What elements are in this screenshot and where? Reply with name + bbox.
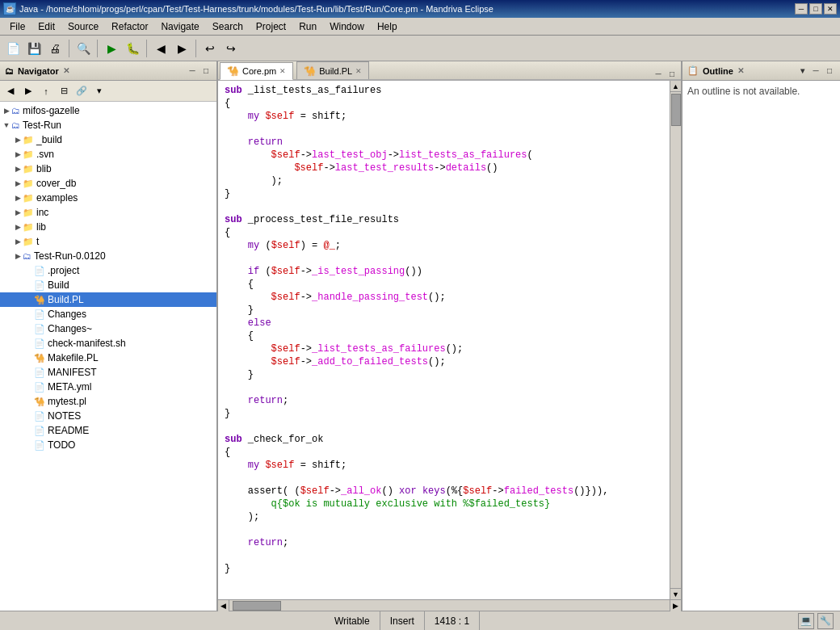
tree-item-notes[interactable]: 📄NOTES [0,409,216,423]
tab-close-button[interactable]: ✕ [355,67,362,75]
scrollbar-track[interactable] [670,92,681,588]
outline-close-icon[interactable]: ✕ [737,66,744,75]
tree-item-test-run[interactable]: ▼🗂Test-Run [0,118,216,132]
navigator-close-icon[interactable]: ✕ [63,66,69,75]
nav-collapse-button[interactable]: ⊟ [56,83,72,99]
menubar: FileEditSourceRefactorNavigateSearchProj… [0,18,840,36]
code-content[interactable]: sub _list_tests_as_failures { my $self =… [218,81,670,599]
run-button[interactable]: ▶ [102,39,121,58]
editor-tab-BuildPL[interactable]: 🐪Build.PL✕ [296,61,369,79]
menu-item-project[interactable]: Project [250,19,292,34]
nav-up-button[interactable]: ↑ [38,83,54,99]
titlebar-controls: ─ □ ✕ [795,3,837,15]
tree-item-examples[interactable]: ▶📁examples [0,191,216,205]
tree-item-makefile-pl[interactable]: 🐪Makefile.PL [0,351,216,365]
debug-button[interactable]: 🐛 [123,39,142,58]
tree-label: NOTES [48,410,81,422]
tree-item-test-run-0120[interactable]: ▶🗂Test-Run-0.0120 [0,249,216,263]
tree-label: .svn [36,149,54,160]
tree-item-lib[interactable]: ▶📁lib [0,220,216,234]
editor-maximize-button[interactable]: □ [666,68,678,79]
undo-button[interactable]: ↩ [200,39,220,58]
tree-item-meta-yml[interactable]: 📄META.yml [0,380,216,394]
navigator-title: Navigator [18,66,59,76]
menu-item-navigate[interactable]: Navigate [154,19,205,34]
menu-item-run[interactable]: Run [292,19,323,34]
search-button[interactable]: 🔍 [74,39,93,58]
status-icon-2[interactable]: 🔧 [817,613,834,629]
maximize-button[interactable]: □ [809,3,822,15]
outline-maximize-button[interactable]: □ [824,65,835,77]
print-button[interactable]: 🖨 [45,39,65,58]
toolbar-separator-1 [69,40,69,57]
scrollbar-up-button[interactable]: ▲ [670,81,681,92]
editor-minimize-button[interactable]: ─ [653,68,664,79]
tree-label: blib [36,163,52,174]
outline-content: An outline is not available. [682,81,840,611]
tree-item-build-file[interactable]: 📄Build [0,278,216,292]
tree-label: t [36,236,39,247]
tree-item-todo[interactable]: 📄TODO [0,438,216,452]
tree-item-mifos-gazelle[interactable]: ▶🗂mifos-gazelle [0,103,216,118]
nav-forward-button[interactable]: ▶ [20,83,36,99]
navigator-controls: ─ □ [187,65,212,77]
tree-label: mifos-gazelle [23,105,80,116]
status-icon-1[interactable]: 💻 [798,613,814,629]
tree-item-manifest[interactable]: 📄MANIFEST [0,365,216,380]
perl-file-icon: 🐪 [34,397,45,407]
editor-scrollbar[interactable]: ▲ ▼ [670,81,681,599]
tree-item-mytest-pl[interactable]: 🐪mytest.pl [0,394,216,409]
back-button[interactable]: ◀ [151,39,170,58]
menu-item-edit[interactable]: Edit [32,19,61,34]
minimize-button[interactable]: ─ [795,3,808,15]
tree-item-t[interactable]: ▶📁t [0,234,216,249]
tree-item-cover_db[interactable]: ▶📁cover_db [0,176,216,191]
save-button[interactable]: 💾 [24,39,44,58]
perl-file-icon: 🐪 [34,353,45,363]
menu-item-refactor[interactable]: Refactor [105,19,154,34]
scrollbar-thumb[interactable] [671,94,681,126]
outline-header: 📋 Outline ✕ ▾ ─ □ [682,61,840,81]
forward-button[interactable]: ▶ [172,39,191,58]
menu-item-help[interactable]: Help [371,19,404,34]
status-position: 1418 : 1 [425,611,480,630]
navigator-maximize-button[interactable]: □ [200,65,212,77]
menu-item-search[interactable]: Search [206,19,250,34]
menu-item-source[interactable]: Source [61,19,105,34]
horizontal-scrollbar-track[interactable] [229,600,670,611]
nav-back-button[interactable]: ◀ [2,83,19,99]
tree-item-project[interactable]: 📄.project [0,263,216,278]
tree-item-blib[interactable]: ▶📁blib [0,162,216,176]
tab-close-button[interactable]: ✕ [279,67,286,75]
folder-icon: 📁 [23,164,34,174]
tree-item-changes-tilde[interactable]: 📄Changes~ [0,321,216,336]
scrollbar-down-button[interactable]: ▼ [670,588,681,599]
redo-button[interactable]: ↪ [221,39,241,58]
new-button[interactable]: 📄 [3,39,23,58]
horizontal-scrollbar[interactable]: ◀ ▶ [218,599,681,611]
tree-item-readme[interactable]: 📄README [0,423,216,438]
tree-item-inc[interactable]: ▶📁inc [0,205,216,220]
tree-item-svn[interactable]: ▶📁.svn [0,147,216,162]
outline-panel: 📋 Outline ✕ ▾ ─ □ An outline is not avai… [682,61,840,611]
nav-link-button[interactable]: 🔗 [74,83,90,99]
tree-item-build-pl[interactable]: 🐪Build.PL [0,292,216,307]
outline-menu-button[interactable]: ▾ [796,65,808,77]
tree-item-changes[interactable]: 📄Changes [0,307,216,321]
outline-minimize-button[interactable]: ─ [810,65,821,77]
editor-tab-Corepm[interactable]: 🐪Core.pm✕ [220,62,293,80]
navigator-minimize-button[interactable]: ─ [187,65,198,77]
close-button[interactable]: ✕ [824,3,837,15]
tree-item-check-manifest[interactable]: 📄check-manifest.sh [0,336,216,351]
menu-item-window[interactable]: Window [323,19,371,34]
tab-icon: 🐪 [227,65,239,77]
scrollbar-right-button[interactable]: ▶ [670,600,681,611]
scrollbar-left-button[interactable]: ◀ [218,600,229,611]
nav-menu-button[interactable]: ▾ [91,83,107,99]
tree-label: examples [36,192,78,204]
tree-item-build[interactable]: ▶📁_build [0,132,216,147]
menu-item-file[interactable]: File [3,19,32,34]
horizontal-scrollbar-thumb[interactable] [233,601,281,611]
tree-arrow: ▶ [13,252,23,260]
outline-message: An outline is not available. [687,86,800,97]
